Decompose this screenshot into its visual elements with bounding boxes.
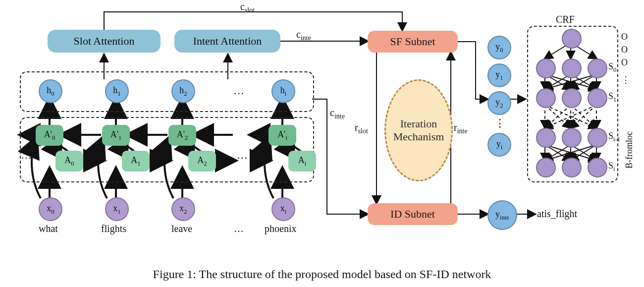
y-node-i: yi — [487, 133, 511, 157]
rnn-forward-0: A0 — [55, 151, 83, 172]
crf-node-r4c2 — [562, 128, 582, 148]
iteration-mechanism: Iteration Mechanism — [384, 79, 453, 181]
intent-attention-block: Intent Attention — [174, 30, 280, 53]
slot-attention-block: Slot Attention — [48, 30, 161, 53]
rnn-backward-1: A'1 — [102, 125, 130, 146]
y-node-2: y2 — [487, 91, 511, 115]
figure-root: Slot Attention Intent Attention SF Subne… — [0, 0, 644, 287]
crf-node-r2c1 — [536, 58, 556, 78]
rnn-forward-2: A2 — [188, 151, 216, 172]
crf-title: CRF — [556, 14, 575, 25]
token-flights: flights — [101, 223, 126, 234]
x-node-1: x1 — [105, 197, 129, 221]
crf-row-label-2: O — [621, 57, 628, 68]
crf-node-r5c1 — [536, 158, 556, 177]
intent-attention-label: Intent Attention — [193, 35, 262, 48]
crf-node-r3c3 — [588, 88, 607, 108]
h-node-0: h0 — [39, 79, 62, 103]
h-node-2: h2 — [171, 79, 195, 103]
crf-row-label-bfromloc: B-fromloc — [624, 131, 635, 169]
crf-node-r3c2 — [562, 88, 582, 108]
crf-node-top — [562, 29, 582, 49]
y-node-0: y0 — [487, 36, 511, 59]
rnn-backward-0: A'0 — [36, 125, 63, 146]
intent-prediction: atis_flight — [537, 208, 577, 220]
h-node-1: h1 — [105, 79, 129, 103]
token-ellipsis: … — [224, 223, 254, 234]
figure-caption: Figure 1: The structure of the proposed … — [0, 268, 644, 281]
crf-state-si: Si — [608, 161, 615, 173]
x-node-i: xi — [271, 197, 295, 221]
crf-node-r3c1 — [536, 88, 556, 108]
y-ellipsis: ⋮ — [494, 117, 504, 130]
token-what: what — [39, 223, 58, 234]
x-node-0: x0 — [39, 197, 62, 221]
c-inte-top-label: cinte — [296, 29, 311, 42]
y-inte-node: yinte — [487, 200, 517, 230]
h-node-i: hi — [271, 79, 295, 103]
y-node-1: y1 — [487, 63, 511, 87]
crf-node-r2c3 — [588, 58, 607, 78]
crf-row-label-1: O — [621, 45, 628, 55]
token-phoenix: phoenix — [265, 223, 296, 234]
crf-node-r4c3 — [588, 128, 607, 148]
crf-node-r5c2 — [562, 158, 582, 177]
crf-state-s1: S1 — [608, 91, 616, 104]
token-leave: leave — [171, 223, 192, 234]
crf-node-r4c1 — [536, 128, 556, 148]
r-slot-label: rslot — [355, 122, 368, 135]
rnn-backward-2: A'2 — [168, 125, 196, 146]
crf-row-label-ell: ⋮ — [621, 74, 630, 85]
rnn-forward-1: A1 — [122, 151, 150, 172]
hidden-states-box — [20, 71, 314, 112]
rnn-ellipsis: … — [230, 149, 255, 162]
h-ellipsis: … — [224, 84, 254, 97]
c-inte-side-label: cinte — [330, 107, 345, 120]
sf-subnet-label: SF Subnet — [390, 35, 435, 48]
crf-node-r5c3 — [588, 158, 607, 177]
iteration-label: Iteration Mechanism — [393, 117, 444, 144]
crf-row-label-0: O — [621, 32, 628, 42]
crf-ellipsis: ⋮ — [568, 110, 578, 123]
crf-state-si1: Si-1 — [608, 131, 620, 143]
rnn-left-ellipsis: … — [21, 149, 31, 162]
c-slot-label: cslot — [240, 1, 255, 14]
r-inte-label: rinte — [454, 122, 468, 135]
rnn-forward-i: Ai — [288, 151, 316, 172]
rnn-backward-i: A'i — [268, 125, 296, 146]
id-subnet-label: ID Subnet — [390, 208, 435, 221]
id-subnet-block: ID Subnet — [368, 203, 458, 225]
slot-attention-label: Slot Attention — [74, 35, 135, 48]
sf-subnet-block: SF Subnet — [368, 31, 458, 53]
x-node-2: x2 — [171, 197, 195, 221]
crf-node-r2c2 — [562, 58, 582, 78]
crf-state-s0: S0 — [608, 61, 616, 74]
